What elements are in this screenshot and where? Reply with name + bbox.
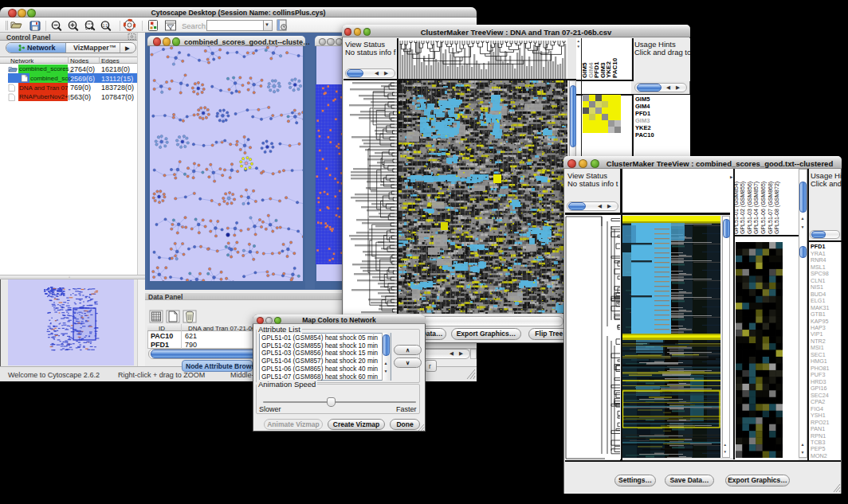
svg-text:1:1: 1:1: [103, 24, 108, 28]
svg-text:GPL51-02 (GSM855): GPL51-02 (GSM855): [740, 182, 746, 234]
svg-text:GPL51-03 (GSM856): GPL51-03 (GSM856): [747, 182, 753, 234]
svg-text:PAC10: PAC10: [611, 57, 618, 78]
svg-text:GPL51-07 (GSM868): GPL51-07 (GSM868): [768, 182, 774, 234]
svg-text:GPL51-06 (GSM865): GPL51-06 (GSM865): [760, 182, 767, 234]
svg-text:GPL51-08 (GSM872): GPL51-08 (GSM872): [774, 182, 780, 234]
svg-text:GPL51-04 (GSM857): GPL51-04 (GSM857): [753, 182, 760, 234]
svg-text:MON2: MON2: [811, 452, 827, 459]
svg-text:GPL51-01 (GSM854): GPL51-01 (GSM854): [735, 182, 740, 234]
